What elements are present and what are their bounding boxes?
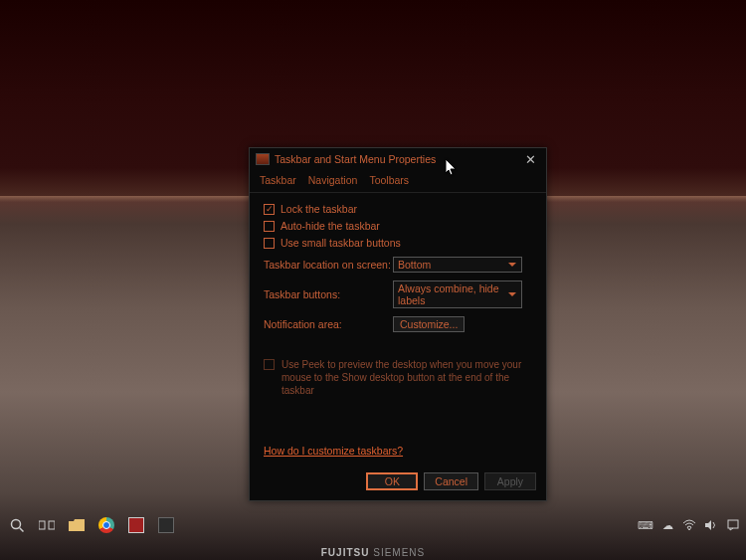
svg-point-0: [11, 519, 20, 528]
monitor-brand: FUJITSU SIEMENS: [0, 547, 746, 558]
peek-option[interactable]: Use Peek to preview the desktop when you…: [264, 358, 532, 397]
small-label: Use small taskbar buttons: [280, 237, 401, 249]
svg-line-1: [19, 527, 23, 531]
autohide-row[interactable]: Auto-hide the taskbar: [264, 220, 532, 232]
svg-rect-2: [39, 521, 45, 529]
taskview-icon[interactable]: [34, 512, 60, 538]
buttons-dropdown[interactable]: Always combine, hide labels: [393, 280, 522, 308]
peek-section: Use Peek to preview the desktop when you…: [264, 350, 532, 405]
apply-button[interactable]: Apply: [484, 472, 536, 490]
notification-row: Notification area: Customize...: [264, 316, 532, 332]
checkbox-autohide[interactable]: [264, 221, 275, 232]
ok-button[interactable]: OK: [366, 472, 418, 490]
app-red-icon[interactable]: [123, 512, 149, 538]
volume-icon[interactable]: [702, 516, 720, 534]
autohide-label: Auto-hide the taskbar: [280, 220, 380, 232]
tab-toolbars[interactable]: Toolbars: [369, 174, 409, 186]
customize-button[interactable]: Customize...: [393, 316, 465, 332]
notification-label: Notification area:: [264, 318, 393, 330]
close-button[interactable]: ✕: [520, 149, 540, 169]
dialog-button-row: OK Cancel Apply: [250, 465, 546, 500]
dialog-title: Taskbar and Start Menu Properties: [275, 153, 520, 165]
onedrive-icon[interactable]: ☁: [658, 516, 676, 534]
lock-label: Lock the taskbar: [280, 203, 357, 215]
small-buttons-row[interactable]: Use small taskbar buttons: [264, 237, 532, 249]
svg-rect-3: [49, 521, 55, 529]
taskbar-properties-dialog: Taskbar and Start Menu Properties ✕ Task…: [249, 147, 547, 501]
search-icon[interactable]: [4, 512, 30, 538]
wifi-icon[interactable]: [680, 516, 698, 534]
checkbox-lock[interactable]: ✓: [264, 204, 275, 215]
buttons-row: Taskbar buttons: Always combine, hide la…: [264, 280, 532, 308]
taskbar[interactable]: ⌨ ☁: [0, 510, 746, 540]
explorer-icon[interactable]: [64, 512, 90, 538]
app-dark-icon[interactable]: [153, 512, 179, 538]
keyboard-icon[interactable]: ⌨: [637, 516, 654, 534]
cancel-button[interactable]: Cancel: [424, 472, 478, 490]
tab-navigation[interactable]: Navigation: [308, 174, 358, 186]
app-icon: [256, 153, 270, 165]
help-link[interactable]: How do I customize taskbars?: [264, 445, 403, 457]
svg-rect-4: [728, 520, 738, 528]
location-label: Taskbar location on screen:: [264, 259, 393, 271]
location-row: Taskbar location on screen: Bottom: [264, 257, 532, 273]
notifications-icon[interactable]: [724, 516, 742, 534]
system-tray[interactable]: ⌨ ☁: [637, 516, 742, 534]
buttons-label: Taskbar buttons:: [264, 288, 393, 300]
peek-label: Use Peek to preview the desktop when you…: [281, 359, 521, 396]
tab-content: ✓ Lock the taskbar Auto-hide the taskbar…: [250, 193, 546, 461]
checkbox-peek[interactable]: [264, 359, 275, 370]
lock-taskbar-row[interactable]: ✓ Lock the taskbar: [264, 203, 532, 215]
checkbox-small[interactable]: [264, 238, 275, 249]
tab-strip: Taskbar Navigation Toolbars: [250, 170, 546, 193]
tab-taskbar[interactable]: Taskbar: [260, 174, 296, 186]
location-dropdown[interactable]: Bottom: [393, 257, 522, 273]
chrome-icon[interactable]: [93, 512, 119, 538]
dialog-titlebar[interactable]: Taskbar and Start Menu Properties ✕: [250, 148, 546, 170]
